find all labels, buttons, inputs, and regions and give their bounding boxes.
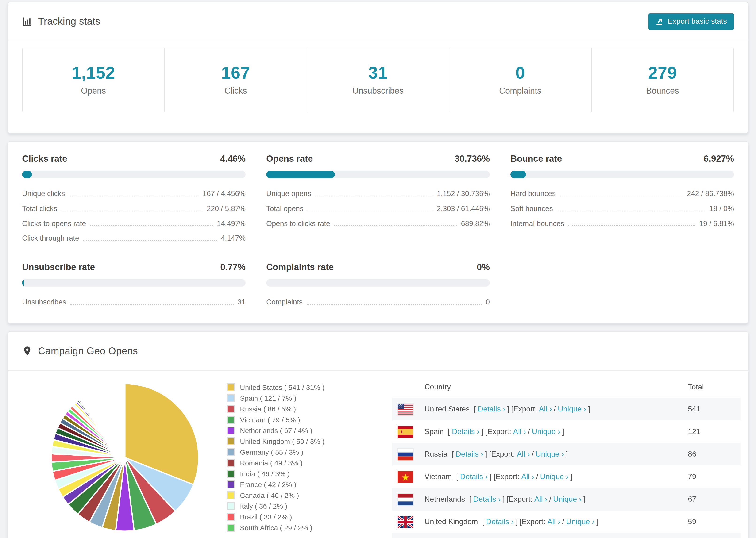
bracket: ] xyxy=(490,472,492,481)
export-basic-stats-button[interactable]: Export basic stats xyxy=(648,13,734,29)
opens-rate-bar-fill xyxy=(266,171,335,178)
dotted-leader xyxy=(90,225,213,226)
details-link[interactable]: Details › xyxy=(452,427,479,436)
complaints-rate-title: Complaints rate xyxy=(266,262,334,273)
details-link[interactable]: Details › xyxy=(478,405,505,413)
stat-complaints: 0 Complaints xyxy=(449,48,591,112)
campaign-geo-opens-header: Campaign Geo Opens xyxy=(8,332,748,371)
legend-item: France ( 42 / 2% ) xyxy=(227,479,373,490)
dotted-leader xyxy=(69,195,199,196)
country-name: Vietnam xyxy=(424,472,452,481)
export-all-link[interactable]: All › xyxy=(517,450,530,458)
legend-label: Romania ( 49 / 3% ) xyxy=(240,459,303,467)
legend-item: Romania ( 49 / 3% ) xyxy=(227,457,373,468)
legend-label: Vietnam ( 79 / 5% ) xyxy=(240,416,300,424)
country-total: 121 xyxy=(688,427,740,436)
dotted-leader xyxy=(334,225,457,226)
opens-rate-bar xyxy=(266,171,490,178)
stat-row-value: 242 / 86.738% xyxy=(687,189,734,198)
export-all-link[interactable]: All › xyxy=(539,405,552,413)
legend-swatch xyxy=(227,405,235,413)
complaints-rate-head: Complaints rate 0% xyxy=(266,262,490,273)
tracking-stats-header: Tracking stats Export basic stats xyxy=(8,2,748,41)
stat-row: Hard bounces242 / 86.738% xyxy=(511,189,734,198)
slash: / xyxy=(536,472,538,481)
export-unique-link[interactable]: Unique › xyxy=(566,517,594,526)
export-unique-link[interactable]: Unique › xyxy=(553,495,581,504)
bracket: ] xyxy=(596,517,598,526)
pie-svg xyxy=(47,380,202,535)
legend-swatch xyxy=(227,502,235,510)
stat-complaints-value: 0 xyxy=(449,63,591,83)
legend-item: United Kingdom ( 59 / 3% ) xyxy=(227,436,373,447)
clicks-rate-panel: Clicks rate 4.46% Unique clicks167 / 4.4… xyxy=(22,154,245,243)
bracket: [ xyxy=(469,495,471,504)
clicks-rate-bar xyxy=(22,171,245,178)
geo-content: United States ( 541 / 31% ) Spain ( 121 … xyxy=(8,371,748,538)
stat-opens-label: Opens xyxy=(23,86,164,96)
export-all-link[interactable]: All › xyxy=(521,472,534,481)
stat-bounces-value: 279 xyxy=(592,63,733,83)
geo-table-header: Country Total xyxy=(392,376,740,398)
legend-label: Russia ( 86 / 5% ) xyxy=(240,405,296,413)
stat-row-value: 689.82% xyxy=(461,219,490,228)
export-unique-link[interactable]: Unique › xyxy=(532,427,560,436)
legend-swatch xyxy=(227,459,235,467)
tracking-stats-dashboard: Tracking stats Export basic stats 1,152 … xyxy=(0,2,756,538)
stat-row-label: Click through rate xyxy=(22,234,79,243)
geo-pie-chart xyxy=(47,380,202,535)
complaints-rate-value: 0% xyxy=(477,262,490,273)
stat-row-label: Opens to clicks rate xyxy=(266,219,330,228)
bracket: ] xyxy=(562,427,564,436)
stat-row-value: 0 xyxy=(486,298,490,306)
details-link[interactable]: Details › xyxy=(473,495,501,504)
legend-label: South Africa ( 29 / 2% ) xyxy=(240,524,312,532)
legend-label: Spain ( 121 / 7% ) xyxy=(240,394,296,402)
stat-row-value: 1,152 / 30.736% xyxy=(437,189,490,198)
bounce-rate-value: 6.927% xyxy=(704,154,734,164)
stat-row-label: Unique clicks xyxy=(22,189,65,198)
page-title: Tracking stats xyxy=(38,16,100,27)
legend-item: Germany ( 55 / 3% ) xyxy=(227,447,373,457)
export-all-link[interactable]: All › xyxy=(513,427,526,436)
export-all-link[interactable]: All › xyxy=(547,517,560,526)
legend-item: Brazil ( 33 / 2% ) xyxy=(227,511,373,522)
stat-row-value: 167 / 4.456% xyxy=(203,189,245,198)
table-row-spain: Spain[Details ›] [Export:All ›/Unique ›]… xyxy=(392,420,740,443)
dotted-leader xyxy=(83,241,217,241)
bounce-rate-head: Bounce rate 6.927% xyxy=(511,154,734,164)
stat-row: Unsubscribes31 xyxy=(22,298,245,306)
country-total: 67 xyxy=(688,495,740,504)
details-link[interactable]: Details › xyxy=(456,450,483,458)
export-button-label: Export basic stats xyxy=(668,17,727,26)
clicks-rate-head: Clicks rate 4.46% xyxy=(22,154,245,164)
details-link[interactable]: Details › xyxy=(486,517,514,526)
legend-label: Brazil ( 33 / 2% ) xyxy=(240,513,292,521)
dotted-leader xyxy=(315,195,433,196)
stat-row-label: Unsubscribes xyxy=(22,298,66,306)
stat-row: Click through rate4.147% xyxy=(22,234,245,243)
legend-item: Spain ( 121 / 7% ) xyxy=(227,393,373,404)
complaints-rate-bar xyxy=(266,279,490,287)
export-unique-link[interactable]: Unique › xyxy=(536,450,564,458)
stat-row-value: 4.147% xyxy=(221,234,245,243)
details-link[interactable]: Details › xyxy=(460,472,488,481)
slash: / xyxy=(562,517,564,526)
tracking-stats-card: Tracking stats Export basic stats 1,152 … xyxy=(8,2,748,134)
bracket: ] xyxy=(583,495,585,504)
export-label: [Export: xyxy=(511,405,537,413)
legend-swatch xyxy=(227,383,235,391)
export-all-link[interactable]: All › xyxy=(534,495,547,504)
legend-swatch xyxy=(227,470,235,478)
legend-swatch xyxy=(227,416,235,424)
bracket: ] xyxy=(503,495,505,504)
export-unique-link[interactable]: Unique › xyxy=(540,472,568,481)
netherlands-flag-icon xyxy=(398,493,413,505)
legend-label: United States ( 541 / 31% ) xyxy=(240,383,324,391)
export-icon xyxy=(655,17,663,26)
legend-item: Canada ( 40 / 2% ) xyxy=(227,490,373,501)
country-column-header: Country xyxy=(424,383,451,391)
export-unique-link[interactable]: Unique › xyxy=(558,405,586,413)
stat-row-value: 220 / 5.87% xyxy=(207,204,245,213)
table-row-netherlands: Netherlands[Details ›] [Export:All ›/Uni… xyxy=(392,488,740,511)
